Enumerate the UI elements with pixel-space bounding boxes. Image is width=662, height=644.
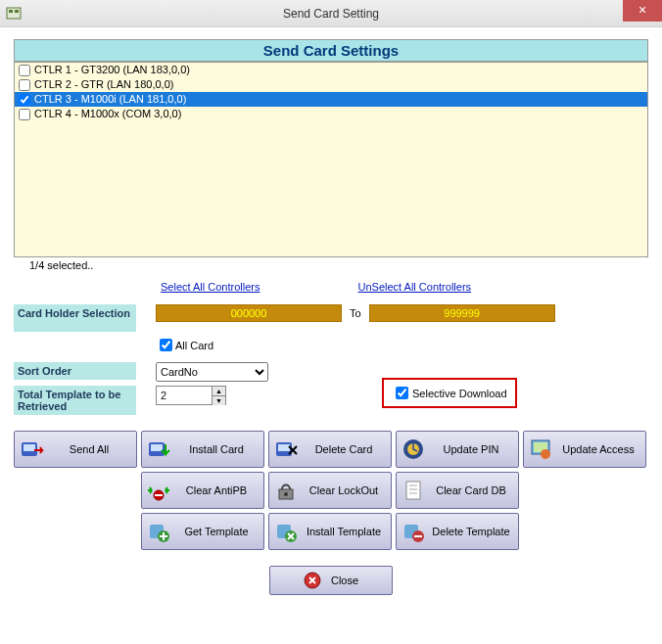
clear-carddb-icon [401,478,426,503]
to-label: To [342,307,369,319]
clear-carddb-label: Clear Card DB [428,484,514,496]
clear-lockout-label: Clear LockOut [301,484,387,496]
unselect-all-link[interactable]: UnSelect All Controllers [358,281,472,293]
svg-point-13 [541,449,550,459]
close-button[interactable]: Close [269,566,393,595]
svg-rect-6 [151,444,163,451]
clear-antipb-button[interactable]: Clear AntiPB [141,472,264,509]
update-pin-icon [401,437,426,462]
send-all-label: Send All [46,443,132,455]
controller-row[interactable]: CTLR 4 - M1000x (COM 3,0,0) [15,107,647,121]
controller-label: CTLR 1 - GT3200 (LAN 183,0,0) [34,63,190,77]
button-grid: Send All Install Card Delete Card Update… [14,431,648,550]
install-template-label: Install Template [301,526,387,537]
allcard-checkbox[interactable] [160,339,172,351]
svg-rect-8 [278,444,290,451]
link-row: Select All Controllers UnSelect All Cont… [14,271,648,304]
svg-rect-15 [155,494,163,496]
spinner-down-icon[interactable]: ▼ [212,396,225,405]
svg-rect-0 [7,8,21,19]
svg-rect-25 [414,535,422,537]
svg-rect-4 [24,444,35,451]
install-card-button[interactable]: Install Card [141,431,264,468]
install-template-icon [273,519,299,544]
svg-rect-18 [406,482,420,499]
window-title: Send Card Setting [0,7,662,21]
selective-download-box: Selective Download [382,378,517,408]
window-body: Send Card Settings CTLR 1 - GT3200 (LAN … [0,27,662,605]
controller-label: CTLR 2 - GTR (LAN 180,0,0) [34,77,173,92]
sortorder-row: Sort Order CardNo [14,362,648,382]
get-template-button[interactable]: Get Template [141,513,264,550]
sortorder-label: Sort Order [14,362,136,380]
svg-rect-1 [9,10,13,13]
controller-checkbox[interactable] [19,79,30,91]
controller-list[interactable]: CTLR 1 - GT3200 (LAN 183,0,0)CTLR 2 - GT… [14,62,648,257]
update-pin-label: Update PIN [428,443,514,455]
spinner-up-icon[interactable]: ▲ [212,387,225,396]
send-all-icon [19,437,44,462]
app-icon [6,6,22,22]
update-pin-button[interactable]: Update PIN [396,431,519,468]
controller-checkbox[interactable] [19,94,30,106]
allcard-row: All Card [156,336,648,354]
controller-row[interactable]: CTLR 3 - M1000i (LAN 181,0,0) [15,92,647,107]
delete-card-label: Delete Card [301,443,387,455]
totaltemplate-row: Total Template to be Retrieved ▲ ▼ [14,386,648,415]
controller-label: CTLR 4 - M1000x (COM 3,0,0) [34,107,181,121]
cardholder-label: Card Holder Selection [14,304,136,332]
totaltemplate-input[interactable] [157,387,212,404]
controller-row[interactable]: CTLR 2 - GTR (LAN 180,0,0) [15,77,647,92]
selective-download-checkbox[interactable] [396,387,408,399]
titlebar: Send Card Setting × [0,0,662,27]
clear-lockout-icon [273,478,299,503]
update-access-button[interactable]: Update Access [523,431,646,468]
svg-point-17 [284,492,288,496]
svg-rect-2 [15,10,19,13]
selective-download-label: Selective Download [412,388,507,399]
clear-antipb-label: Clear AntiPB [173,484,260,496]
close-label: Close [331,575,358,586]
header-band: Send Card Settings [14,39,648,62]
controller-checkbox[interactable] [19,65,30,76]
cardholder-to[interactable]: 999999 [369,304,555,322]
sortorder-select[interactable]: CardNo [156,362,268,382]
cardholder-row: Card Holder Selection 000000 To 999999 [14,304,648,332]
totaltemplate-spinner[interactable]: ▲ ▼ [156,386,226,405]
get-template-icon [146,519,171,544]
controller-row[interactable]: CTLR 1 - GT3200 (LAN 183,0,0) [15,63,647,77]
delete-template-button[interactable]: Delete Template [396,513,519,550]
cardholder-from[interactable]: 000000 [156,304,342,322]
clear-antipb-icon [146,478,171,503]
install-card-icon [146,437,171,462]
clear-lockout-button[interactable]: Clear LockOut [268,472,392,509]
install-card-label: Install Card [173,443,260,455]
controller-checkbox[interactable] [19,109,30,120]
window-close-button[interactable]: × [623,0,662,22]
send-all-button[interactable]: Send All [14,431,137,468]
delete-template-label: Delete Template [428,526,514,537]
close-icon [304,572,321,589]
delete-card-button[interactable]: Delete Card [268,431,392,468]
update-access-icon [528,437,553,462]
delete-template-icon [401,519,426,544]
install-template-button[interactable]: Install Template [268,513,392,550]
delete-card-icon [273,437,299,462]
select-all-link[interactable]: Select All Controllers [161,281,260,293]
selection-count: 1/4 selected.. [14,257,648,271]
totaltemplate-label: Total Template to be Retrieved [14,386,136,415]
controller-label: CTLR 3 - M1000i (LAN 181,0,0) [34,92,186,107]
update-access-label: Update Access [555,443,641,455]
allcard-label: All Card [175,340,213,351]
get-template-label: Get Template [173,526,260,537]
clear-carddb-button[interactable]: Clear Card DB [396,472,519,509]
